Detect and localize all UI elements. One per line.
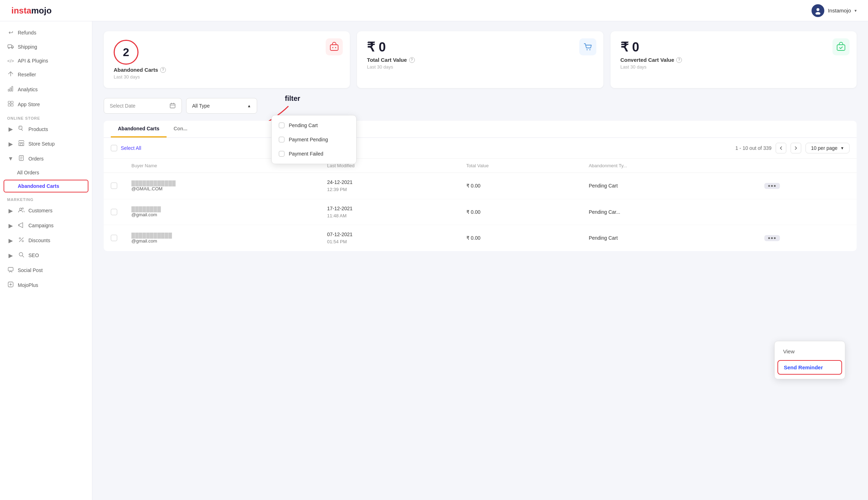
total-cart-label: Total Cart Value ? [367, 57, 593, 63]
total-cart-value-stat: ₹ 0 Total Cart Value ? Last 30 days [357, 31, 603, 88]
sidebar-item-campaigns[interactable]: ▶ Campaigns [0, 218, 92, 233]
master-checkbox[interactable] [111, 145, 117, 151]
row-1-action-dots[interactable] [764, 183, 780, 189]
sidebar-item-social-post[interactable]: Social Post [0, 263, 92, 278]
tabs-section: Abandoned Carts Con... [104, 121, 857, 138]
data-table: Buyer Name Last Modified Total Value Aba… [104, 159, 857, 251]
row-1-action [757, 173, 857, 199]
dot-icon [774, 185, 776, 187]
analytics-icon [7, 86, 14, 93]
pagination-wrap: 1 - 10 out of 339 10 per page ▼ [735, 143, 850, 153]
sidebar-item-label: Customers [28, 208, 53, 213]
sidebar-item-api-plugins[interactable]: </> API & Plugins [0, 54, 92, 67]
shipping-icon [7, 43, 14, 51]
row-3-value: ₹ 0.00 [459, 225, 582, 251]
svg-rect-11 [11, 104, 13, 106]
col-type-header: Abandonment Ty... [582, 159, 757, 173]
next-page-button[interactable] [791, 143, 801, 153]
sidebar-item-seo[interactable]: ▶ SEO [0, 248, 92, 263]
store-setup-icon [18, 140, 25, 148]
row-3-action-dots[interactable] [764, 235, 780, 241]
row-2-checkbox-cell [104, 199, 124, 225]
pending-cart-checkbox[interactable] [279, 123, 284, 128]
filter-option-payment-pending[interactable]: Payment Pending [272, 132, 356, 147]
total-cart-sublabel: Last 30 days [367, 64, 593, 70]
sidebar-item-all-orders[interactable]: All Orders [0, 166, 92, 179]
context-menu-send-reminder[interactable]: Send Reminder [777, 360, 842, 375]
sidebar-item-label: Shipping [18, 44, 37, 50]
table-toolbar: Select All 1 - 10 out of 339 10 per page… [104, 138, 857, 159]
svg-point-17 [22, 208, 23, 209]
payment-pending-checkbox[interactable] [279, 137, 284, 142]
sidebar-item-refunds[interactable]: ↩ Refunds [0, 26, 92, 39]
products-icon: ▶ [7, 126, 14, 132]
sidebar: ↩ Refunds Shipping </> API & Plugins Res… [0, 21, 92, 500]
user-menu[interactable]: Instamojo ▾ [812, 4, 857, 17]
sidebar-item-label: Social Post [18, 267, 43, 273]
customers-expand-icon: ▶ [7, 207, 14, 214]
filter-option-pending-cart[interactable]: Pending Cart [272, 118, 356, 132]
col-value-header: Total Value [459, 159, 582, 173]
svg-rect-29 [837, 45, 845, 50]
sidebar-item-app-store[interactable]: App Store [0, 97, 92, 112]
sidebar-item-label: Products [28, 126, 48, 132]
sidebar-item-reseller[interactable]: Reseller [0, 67, 92, 82]
prev-page-button[interactable] [776, 143, 786, 153]
svg-rect-7 [12, 86, 13, 91]
sidebar-item-discounts[interactable]: ▶ Discounts [0, 233, 92, 248]
sidebar-item-shipping[interactable]: Shipping [0, 39, 92, 54]
date-filter[interactable]: Select Date [104, 98, 182, 114]
row-3-checkbox[interactable] [111, 235, 117, 241]
info-icon-3[interactable]: ? [676, 57, 682, 63]
sidebar-item-store-setup[interactable]: ▶ Store Setup [0, 136, 92, 151]
dot-icon [771, 185, 773, 187]
sidebar-item-orders[interactable]: ▼ Orders [0, 151, 92, 166]
type-filter[interactable]: All Type ▲ [186, 98, 257, 114]
converted-cart-value: ₹ 0 [620, 40, 847, 55]
row-2-value: ₹ 0.00 [459, 199, 582, 225]
sidebar-item-abandoned-carts[interactable]: Abandoned Carts [4, 180, 88, 192]
info-icon-2[interactable]: ? [409, 57, 415, 63]
col-select [104, 159, 124, 173]
buyer-blur-2: ████████ [131, 206, 313, 212]
row-2-buyer: ████████ @gmail.com [124, 199, 320, 225]
seo-icon [18, 251, 25, 259]
converted-cart-icon-wrap [832, 38, 850, 55]
row-2-checkbox[interactable] [111, 209, 117, 215]
filter-option-payment-failed[interactable]: Payment Failed [272, 147, 356, 161]
tab-abandoned-carts[interactable]: Abandoned Carts [111, 121, 167, 137]
sidebar-item-label: Store Setup [28, 141, 55, 147]
row-1-checkbox[interactable] [111, 183, 117, 189]
info-icon[interactable]: ? [160, 67, 166, 73]
sidebar-item-label: Campaigns [28, 223, 54, 228]
sidebar-item-customers[interactable]: ▶ Customers [0, 203, 92, 218]
svg-point-0 [817, 8, 819, 11]
abandoned-carts-value: 2 [114, 40, 139, 65]
sidebar-item-analytics[interactable]: Analytics [0, 82, 92, 97]
sidebar-item-mojo-plus[interactable]: MojoPlus [0, 278, 92, 293]
sidebar-item-label: All Orders [17, 170, 39, 175]
abandoned-carts-icon-wrap [326, 38, 343, 55]
tab-converted[interactable]: Con... [167, 121, 195, 137]
svg-rect-14 [20, 143, 22, 146]
table-row: ███████████ @gmail.com 07-12-2021 01:54 … [104, 225, 857, 251]
payment-failed-checkbox[interactable] [279, 151, 284, 157]
total-cart-icon-wrap [579, 38, 596, 55]
row-3-checkbox-cell [104, 225, 124, 251]
svg-point-18 [19, 238, 21, 239]
dot-icon [774, 237, 776, 239]
per-page-select[interactable]: 10 per page ▼ [805, 143, 850, 153]
mojo-plus-icon [7, 281, 14, 289]
svg-rect-8 [8, 101, 10, 103]
abandoned-carts-stat: 2 Abandoned Carts ? Last 30 days [104, 31, 350, 88]
select-all-label: Select All [121, 145, 141, 151]
row-3-type: Pending Cart [582, 225, 757, 251]
dot-icon [768, 185, 770, 187]
sidebar-item-products[interactable]: ▶ Products [0, 122, 92, 136]
online-store-label: ONLINE STORE [0, 112, 92, 122]
abandoned-carts-sublabel: Last 30 days [114, 74, 340, 80]
context-menu-view[interactable]: View [775, 344, 845, 359]
orders-expand-icon: ▼ [7, 156, 14, 162]
campaigns-expand-icon: ▶ [7, 222, 14, 229]
select-all-wrap[interactable]: Select All [111, 145, 141, 151]
